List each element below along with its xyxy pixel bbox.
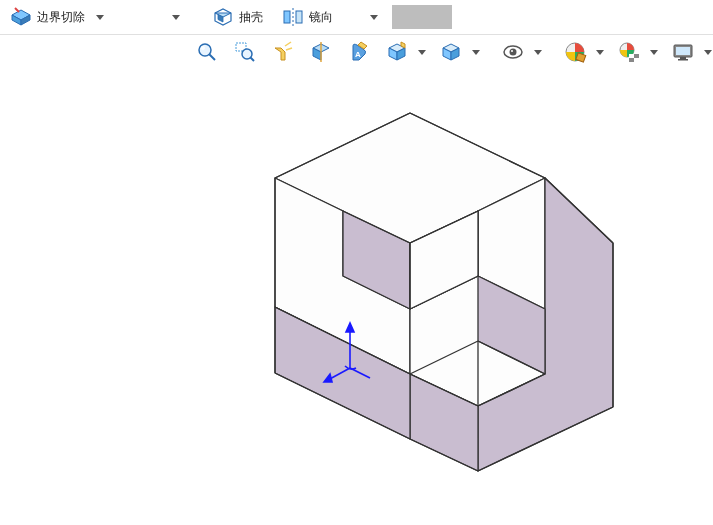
scene-icon[interactable] bbox=[612, 37, 646, 67]
boundary-cut-label: 边界切除 bbox=[37, 9, 85, 26]
box-shade-dropdown[interactable] bbox=[418, 50, 426, 55]
appearance-icon[interactable] bbox=[558, 37, 592, 67]
svg-marker-39 bbox=[534, 50, 542, 55]
flashlight-icon[interactable] bbox=[266, 37, 300, 67]
svg-rect-52 bbox=[680, 57, 686, 59]
boundary-cut-button[interactable]: 边界切除 bbox=[4, 2, 90, 32]
boundary-cut-dropdown[interactable] bbox=[94, 15, 106, 20]
svg-rect-53 bbox=[678, 59, 688, 61]
svg-marker-4 bbox=[96, 15, 104, 20]
svg-line-14 bbox=[209, 54, 215, 60]
svg-marker-5 bbox=[172, 15, 180, 20]
toolbar-row-view: A bbox=[0, 34, 713, 69]
svg-marker-42 bbox=[596, 50, 604, 55]
box-shade-icon[interactable] bbox=[380, 37, 414, 67]
svg-rect-10 bbox=[296, 11, 302, 23]
boundary-cut-icon bbox=[9, 5, 33, 29]
feature-dropdown-2[interactable] bbox=[368, 15, 380, 20]
shell-button[interactable]: 抽壳 bbox=[206, 2, 268, 32]
mirror-label: 镜向 bbox=[309, 9, 333, 26]
display-dropdown[interactable] bbox=[704, 50, 712, 55]
mirror-icon bbox=[281, 5, 305, 29]
visibility-dropdown[interactable] bbox=[534, 50, 542, 55]
svg-rect-51 bbox=[676, 47, 690, 55]
appearance-dropdown[interactable] bbox=[596, 50, 604, 55]
svg-point-38 bbox=[511, 50, 513, 52]
shell-label: 抽壳 bbox=[239, 9, 263, 26]
box-wire-icon[interactable] bbox=[434, 37, 468, 67]
section-icon[interactable] bbox=[304, 37, 338, 67]
svg-rect-46 bbox=[634, 54, 639, 58]
svg-marker-19 bbox=[275, 48, 285, 60]
svg-marker-12 bbox=[370, 15, 378, 20]
visibility-icon[interactable] bbox=[496, 37, 530, 67]
measure-icon[interactable]: A bbox=[342, 37, 376, 67]
svg-point-37 bbox=[510, 49, 517, 56]
svg-rect-48 bbox=[634, 58, 639, 62]
graphics-viewport[interactable] bbox=[0, 68, 713, 525]
color-swatch[interactable] bbox=[392, 5, 452, 29]
svg-rect-45 bbox=[629, 54, 634, 58]
model-view bbox=[0, 68, 713, 525]
svg-point-15 bbox=[201, 46, 205, 50]
svg-line-20 bbox=[285, 42, 291, 46]
feature-dropdown-1[interactable] bbox=[170, 15, 182, 20]
svg-rect-9 bbox=[284, 11, 290, 23]
toolbar-row-features: 边界切除 抽壳 镜向 bbox=[0, 0, 713, 34]
zoom-fit-icon[interactable] bbox=[190, 37, 224, 67]
svg-marker-49 bbox=[650, 50, 658, 55]
svg-marker-35 bbox=[472, 50, 480, 55]
svg-line-3 bbox=[15, 8, 19, 12]
zoom-window-icon[interactable] bbox=[228, 37, 262, 67]
svg-line-21 bbox=[286, 48, 292, 50]
mirror-button[interactable]: 镜向 bbox=[276, 2, 338, 32]
svg-marker-31 bbox=[418, 50, 426, 55]
scene-dropdown[interactable] bbox=[650, 50, 658, 55]
svg-rect-47 bbox=[629, 58, 634, 62]
box-wire-dropdown[interactable] bbox=[472, 50, 480, 55]
svg-marker-54 bbox=[704, 50, 712, 55]
svg-rect-24 bbox=[320, 42, 322, 62]
svg-text:A: A bbox=[355, 50, 361, 59]
svg-marker-7 bbox=[215, 13, 231, 17]
display-icon[interactable] bbox=[666, 37, 700, 67]
svg-line-18 bbox=[251, 58, 255, 62]
shell-icon bbox=[211, 5, 235, 29]
